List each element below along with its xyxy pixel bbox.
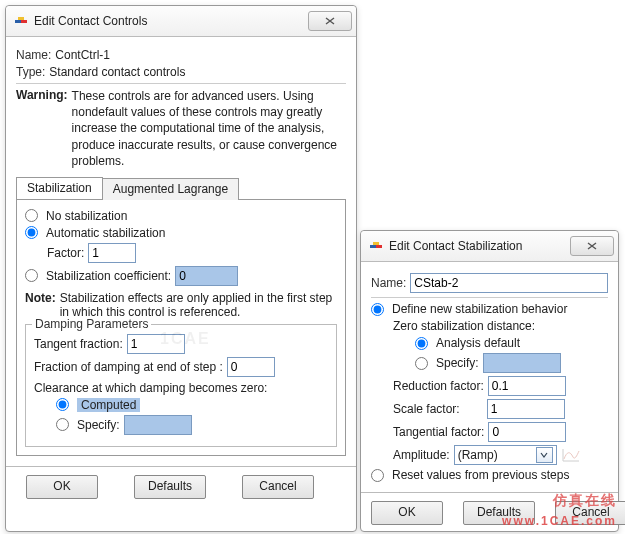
zero-stab-label: Zero stabilization distance: — [393, 319, 535, 333]
name-label: Name: — [371, 276, 406, 290]
tangent-fraction-input[interactable] — [127, 334, 185, 354]
defaults-button[interactable]: Defaults — [134, 475, 206, 499]
tangential-input[interactable] — [488, 422, 566, 442]
edit-contact-stabilization-dialog: Edit Contact Stabilization Name: Define … — [360, 230, 619, 532]
chevron-down-icon — [536, 447, 553, 463]
clearance-specify-label: Specify: — [77, 418, 120, 432]
automatic-stabilization-radio[interactable] — [25, 226, 38, 239]
scale-input[interactable] — [487, 399, 565, 419]
name-value: ContCtrl-1 — [55, 48, 110, 62]
ok-button[interactable]: OK — [26, 475, 98, 499]
clearance-specify-radio[interactable] — [56, 418, 69, 431]
zero-specify-label: Specify: — [436, 356, 479, 370]
titlebar: Edit Contact Stabilization — [361, 231, 618, 262]
cancel-button[interactable]: Cancel — [242, 475, 314, 499]
analysis-default-label: Analysis default — [436, 336, 520, 350]
amplitude-dropdown[interactable]: (Ramp) — [454, 445, 557, 465]
tab-stabilization[interactable]: Stabilization — [16, 177, 103, 199]
clearance-label: Clearance at which damping becomes zero: — [34, 381, 267, 395]
reduction-input[interactable] — [488, 376, 566, 396]
app-icon — [14, 14, 28, 28]
factor-label: Factor: — [47, 246, 84, 260]
name-input[interactable] — [410, 273, 608, 293]
clearance-computed-radio[interactable] — [56, 398, 69, 411]
no-stabilization-radio[interactable] — [25, 209, 38, 222]
define-new-radio[interactable] — [371, 303, 384, 316]
fraction-damping-input[interactable] — [227, 357, 275, 377]
reset-values-radio[interactable] — [371, 469, 384, 482]
close-button[interactable] — [308, 11, 352, 31]
tangential-label: Tangential factor: — [393, 425, 484, 439]
type-value: Standard contact controls — [49, 65, 185, 79]
type-label: Type: — [16, 65, 45, 79]
warning-label: Warning: — [16, 88, 68, 102]
analysis-default-radio[interactable] — [415, 337, 428, 350]
reset-values-label: Reset values from previous steps — [392, 468, 569, 482]
svg-rect-4 — [376, 245, 382, 248]
tangent-fraction-label: Tangent fraction: — [34, 337, 123, 351]
zero-specify-input[interactable] — [483, 353, 561, 373]
edit-contact-controls-dialog: Edit Contact Controls Name: ContCtrl-1 T… — [5, 5, 357, 532]
tab-augmented-lagrange[interactable]: Augmented Lagrange — [102, 178, 239, 200]
no-stabilization-label: No stabilization — [46, 209, 127, 223]
amplitude-plot-icon[interactable] — [561, 447, 581, 463]
clearance-specify-input[interactable] — [124, 415, 192, 435]
dialog-title: Edit Contact Stabilization — [389, 239, 522, 253]
zero-specify-radio[interactable] — [415, 357, 428, 370]
defaults-button[interactable]: Defaults — [463, 501, 535, 525]
note-text: Stabilization effects are only applied i… — [60, 291, 337, 319]
amplitude-label: Amplitude: — [393, 448, 450, 462]
fraction-damping-label: Fraction of damping at end of step : — [34, 360, 223, 374]
clearance-computed-label: Computed — [77, 398, 140, 412]
warning-text: These controls are for advanced users. U… — [72, 88, 346, 169]
stabilization-coefficient-label: Stabilization coefficient: — [46, 269, 171, 283]
svg-rect-3 — [370, 245, 376, 248]
svg-rect-0 — [15, 20, 21, 23]
close-button[interactable] — [570, 236, 614, 256]
name-label: Name: — [16, 48, 51, 62]
amplitude-value: (Ramp) — [458, 448, 498, 462]
factor-input[interactable] — [88, 243, 136, 263]
reduction-label: Reduction factor: — [393, 379, 484, 393]
ok-button[interactable]: OK — [371, 501, 443, 525]
app-icon — [369, 239, 383, 253]
svg-rect-5 — [373, 242, 379, 245]
damping-parameters-legend: Damping Parameters — [32, 317, 151, 331]
stabilization-coefficient-radio[interactable] — [25, 269, 38, 282]
define-new-label: Define new stabilization behavior — [392, 302, 567, 316]
dialog-title: Edit Contact Controls — [34, 14, 147, 28]
svg-rect-2 — [18, 17, 24, 20]
automatic-stabilization-label: Automatic stabilization — [46, 226, 165, 240]
titlebar: Edit Contact Controls — [6, 6, 356, 37]
cancel-button[interactable]: Cancel — [555, 501, 625, 525]
note-label: Note: — [25, 291, 56, 305]
scale-label: Scale factor: — [393, 402, 483, 416]
svg-rect-1 — [21, 20, 27, 23]
stabilization-coefficient-input[interactable] — [175, 266, 238, 286]
